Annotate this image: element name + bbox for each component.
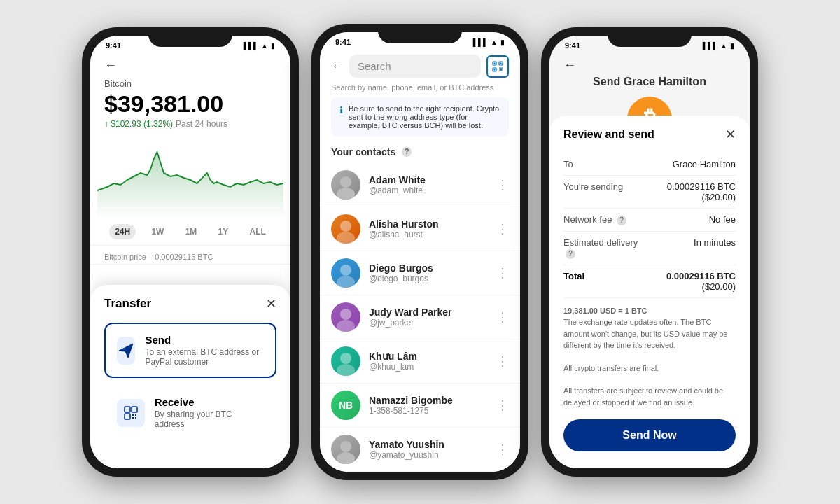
bitcoin-price: $39,381.00 [90, 89, 290, 118]
qr-scan-icon[interactable] [486, 55, 509, 78]
btc-amount-text: 0.00029116 BTC [155, 253, 213, 261]
contact-handle-khuu: @khuu_lam [369, 362, 488, 372]
contact-yamato[interactable]: Yamato Yuushin @yamato_yuushin ⋮ [320, 428, 520, 472]
btc-label-text: Bitcoin price [104, 253, 146, 261]
rate-note: 19,381.00 USD = 1 BTC The exchange rate … [564, 298, 736, 356]
change-period: Past 24 hours [176, 119, 227, 129]
disclaimer3: All transfers are subject to review and … [564, 378, 736, 412]
receive-subtitle: By sharing your BTC address [155, 410, 264, 429]
svg-point-17 [337, 188, 355, 200]
contact-name-judy: Judy Ward Parker [369, 307, 488, 318]
signal-icon-2: ▌▌▌ [473, 38, 488, 46]
back-arrow-3[interactable]: ← [564, 58, 576, 73]
contact-handle-adam: @adam_white [369, 186, 488, 195]
filter-1w[interactable]: 1W [146, 224, 169, 239]
search-input[interactable]: Search [349, 55, 481, 78]
contact-name-alisha: Alisha Hurston [369, 218, 488, 230]
svg-point-18 [340, 220, 351, 232]
contact-menu-yamato[interactable]: ⋮ [496, 442, 509, 457]
info-banner: ℹ Be sure to send to the right recipient… [331, 97, 509, 136]
filter-all[interactable]: ALL [244, 224, 272, 239]
review-header: Review and send ✕ [564, 127, 736, 142]
svg-point-26 [340, 441, 351, 452]
contact-menu-khuu[interactable]: ⋮ [496, 354, 509, 369]
contacts-list: Adam White @adam_white ⋮ Alisha Hurston [320, 163, 520, 472]
receive-option[interactable]: Receive By sharing your BTC address [104, 385, 276, 440]
filter-24h[interactable]: 24H [109, 224, 136, 239]
contact-judy[interactable]: Judy Ward Parker @jw_parker ⋮ [320, 295, 520, 340]
contact-info-yamato: Yamato Yuushin @yamato_yuushin [369, 439, 488, 460]
avatar-adam-white [331, 170, 360, 200]
contact-handle-yamato: @yamato_yuushin [369, 450, 488, 460]
svg-rect-2 [125, 414, 130, 419]
wifi-icon-2: ▲ [491, 38, 498, 46]
receive-icon [117, 399, 145, 427]
contact-name-adam: Adam White [369, 174, 488, 186]
contact-name-namazzi: Namazzi Bigombe [369, 395, 488, 406]
review-close-button[interactable]: ✕ [725, 127, 736, 142]
battery-icon-3: ▮ [730, 42, 734, 50]
svg-point-19 [337, 232, 355, 244]
contact-khuu[interactable]: Khưu Lâm @khuu_lam ⋮ [320, 340, 520, 384]
contact-menu-namazzi[interactable]: ⋮ [496, 398, 509, 413]
disclaimer2: All crypto transfers are final. [564, 356, 736, 379]
svg-rect-1 [132, 407, 137, 412]
search-placeholder: Search [358, 60, 391, 72]
contact-menu-adam[interactable]: ⋮ [496, 177, 509, 192]
review-row-fee: Network fee ? No fee [564, 209, 736, 232]
send-subtitle: To an external BTC address or PayPal cus… [145, 347, 264, 367]
change-value: ↑ $102.93 (1.32%) [104, 119, 173, 129]
info-text: Be sure to send to the right recipient. … [349, 104, 500, 130]
sending-value: 0.00029116 BTC ($20.00) [650, 181, 736, 202]
contact-handle-alisha: @alisha_hurst [369, 230, 488, 239]
contact-info-judy: Judy Ward Parker @jw_parker [369, 307, 488, 328]
fee-help-icon[interactable]: ? [617, 216, 626, 225]
phone3-title: Send Grace Hamilton [593, 76, 706, 88]
svg-point-27 [337, 452, 355, 464]
status-icons-1: ▌▌▌ ▲ ▮ [244, 42, 275, 50]
contact-adam-white[interactable]: Adam White @adam_white ⋮ [320, 163, 520, 207]
notch-2 [378, 24, 462, 43]
contact-info-khuu: Khưu Lâm @khuu_lam [369, 351, 488, 372]
svg-rect-11 [500, 62, 502, 64]
contact-menu-alisha[interactable]: ⋮ [496, 221, 509, 237]
send-now-button[interactable]: Send Now [564, 419, 736, 451]
contact-diego[interactable]: Diego Burgos @diego_burgos ⋮ [320, 251, 520, 295]
total-btc: 0.00029116 BTC [666, 271, 736, 281]
contact-info-diego: Diego Burgos @diego_burgos [369, 262, 488, 284]
contacts-help-icon[interactable]: ? [402, 147, 412, 157]
contact-name-yamato: Yamato Yuushin [369, 439, 488, 450]
bitcoin-label: Bitcoin [90, 76, 290, 89]
time-filter-bar: 24H 1W 1M 1Y ALL [90, 218, 290, 246]
contact-handle-namazzi: 1-358-581-1275 [369, 406, 488, 416]
svg-point-24 [340, 353, 351, 364]
fee-label: Network fee ? [564, 214, 650, 225]
contact-alisha[interactable]: Alisha Hurston @alisha_hurst ⋮ [320, 207, 520, 251]
avatar-alisha [331, 214, 360, 244]
notch-1 [148, 27, 232, 47]
delivery-label: Estimated delivery ? [564, 237, 650, 259]
avatar-judy [331, 302, 360, 332]
contact-name-diego: Diego Burgos [369, 262, 488, 274]
review-row-to: To Grace Hamilton [564, 153, 736, 176]
svg-point-22 [340, 309, 351, 320]
to-value: Grace Hamilton [650, 159, 736, 169]
contact-menu-judy[interactable]: ⋮ [496, 309, 509, 325]
svg-rect-12 [494, 69, 496, 70]
svg-rect-0 [125, 407, 130, 412]
back-arrow-2[interactable]: ← [331, 59, 344, 74]
modal-close-button[interactable]: ✕ [266, 296, 276, 312]
contact-menu-diego[interactable]: ⋮ [496, 265, 509, 281]
svg-rect-4 [135, 414, 136, 416]
back-arrow-1[interactable]: ← [104, 58, 117, 72]
svg-rect-5 [132, 417, 134, 419]
price-chart [90, 134, 290, 218]
delivery-help-icon[interactable]: ? [566, 249, 575, 259]
send-option[interactable]: Send To an external BTC address or PayPa… [104, 323, 276, 378]
contact-namazzi[interactable]: NB Namazzi Bigombe 1-358-581-1275 ⋮ [320, 384, 520, 428]
filter-1m[interactable]: 1M [180, 224, 203, 239]
info-icon: ℹ [340, 105, 343, 130]
filter-1y[interactable]: 1Y [213, 224, 234, 239]
svg-point-16 [340, 176, 351, 188]
delivery-value: In minutes [650, 237, 736, 248]
